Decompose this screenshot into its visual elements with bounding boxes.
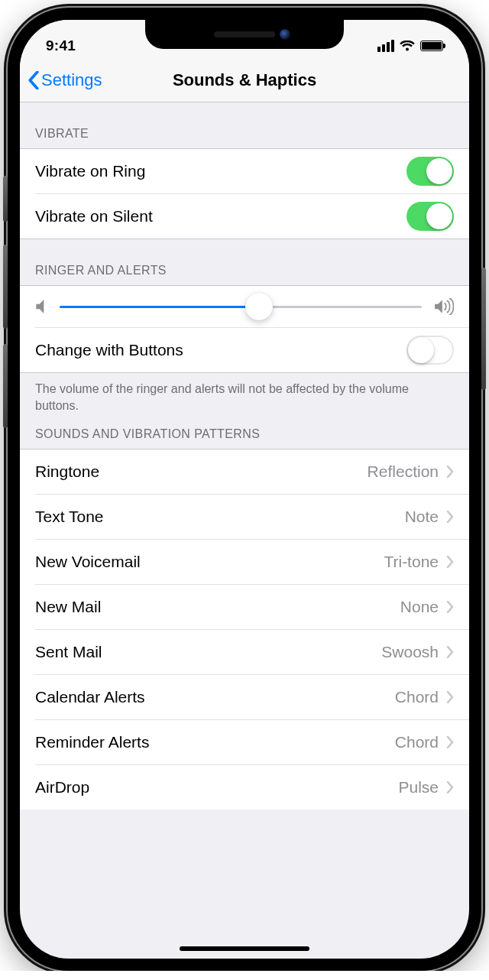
row-value: Note — [405, 508, 439, 526]
speaker-low-icon — [35, 299, 47, 314]
chevron-right-icon — [446, 646, 454, 658]
row-vibrate-on-ring: Vibrate on Ring — [20, 149, 469, 193]
row-change-with-buttons: Change with Buttons — [20, 328, 469, 372]
row-label: Text Tone — [35, 508, 104, 526]
switch-vibrate-on-silent[interactable] — [406, 202, 454, 231]
row-pattern[interactable]: New VoicemailTri-tone — [20, 540, 469, 584]
section-footer-ringer: The volume of the ringer and alerts will… — [20, 373, 469, 414]
row-label: Vibrate on Silent — [35, 207, 153, 226]
row-value: Swoosh — [381, 643, 439, 661]
row-pattern[interactable]: Sent MailSwoosh — [20, 630, 469, 674]
row-pattern[interactable]: Text ToneNote — [20, 495, 469, 539]
chevron-right-icon — [446, 781, 454, 793]
row-pattern[interactable]: Calendar AlertsChord — [20, 675, 469, 719]
row-value: Pulse — [398, 778, 439, 797]
row-value: Tri-tone — [384, 553, 439, 571]
row-vibrate-on-silent: Vibrate on Silent — [20, 194, 469, 239]
row-label: Change with Buttons — [35, 341, 183, 359]
row-volume-slider — [20, 286, 469, 327]
row-value: Reflection — [368, 462, 439, 481]
section-header-patterns: SOUNDS AND VIBRATION PATTERNS — [20, 414, 469, 449]
back-button[interactable]: Settings — [28, 70, 102, 90]
nav-bar: Settings Sounds & Haptics — [20, 58, 469, 102]
row-label: AirDrop — [35, 778, 89, 797]
row-pattern[interactable]: Reminder AlertsChord — [20, 720, 469, 764]
chevron-right-icon — [446, 466, 454, 478]
chevron-right-icon — [446, 511, 454, 523]
chevron-right-icon — [446, 556, 454, 568]
switch-vibrate-on-ring[interactable] — [406, 157, 454, 186]
chevron-right-icon — [446, 601, 454, 613]
home-indicator[interactable] — [180, 946, 309, 951]
row-pattern[interactable]: RingtoneReflection — [20, 449, 469, 494]
battery-icon — [420, 41, 443, 51]
row-label: Reminder Alerts — [35, 733, 149, 751]
row-label: New Mail — [35, 598, 101, 616]
chevron-right-icon — [446, 736, 454, 748]
row-value: Chord — [395, 733, 439, 751]
row-label: Ringtone — [35, 462, 99, 481]
row-pattern[interactable]: AirDropPulse — [20, 765, 469, 810]
volume-slider[interactable] — [60, 306, 422, 308]
back-label: Settings — [41, 70, 102, 90]
speaker-high-icon — [434, 298, 454, 315]
switch-change-with-buttons[interactable] — [406, 336, 454, 365]
row-pattern[interactable]: New MailNone — [20, 585, 469, 629]
wifi-icon — [400, 41, 415, 52]
row-label: Sent Mail — [35, 643, 102, 661]
section-header-vibrate: VIBRATE — [20, 102, 469, 148]
row-label: Vibrate on Ring — [35, 162, 145, 180]
page-title: Sounds & Haptics — [173, 70, 316, 90]
cellular-icon — [377, 40, 394, 52]
chevron-right-icon — [446, 691, 454, 703]
row-label: Calendar Alerts — [35, 688, 145, 706]
row-value: Chord — [395, 688, 439, 706]
chevron-left-icon — [28, 71, 40, 89]
row-label: New Voicemail — [35, 553, 141, 571]
section-header-ringer: RINGER AND ALERTS — [20, 239, 469, 285]
row-value: None — [400, 598, 439, 616]
status-time: 9:41 — [46, 37, 76, 54]
